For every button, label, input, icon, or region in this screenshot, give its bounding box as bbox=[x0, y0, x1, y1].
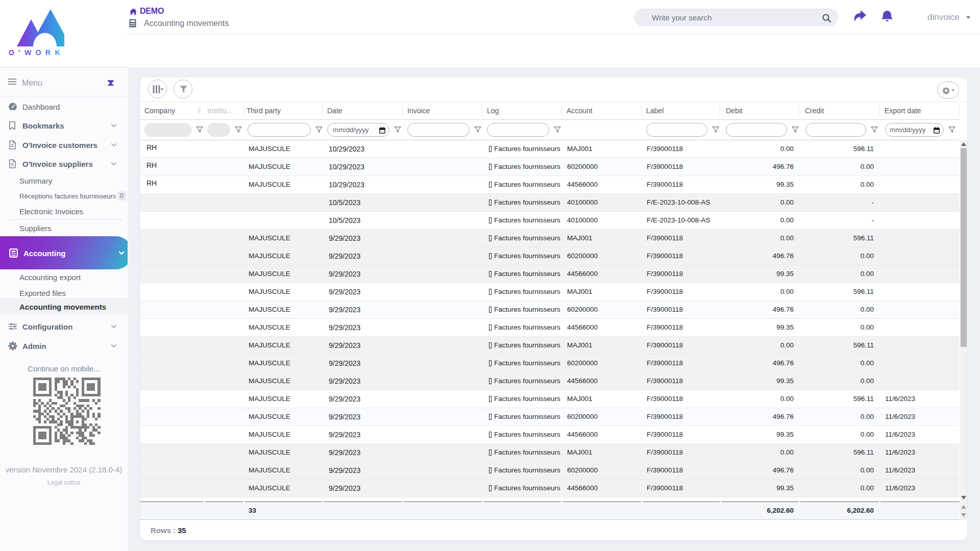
svg-text:O'WORK: O'WORK bbox=[9, 48, 63, 56]
